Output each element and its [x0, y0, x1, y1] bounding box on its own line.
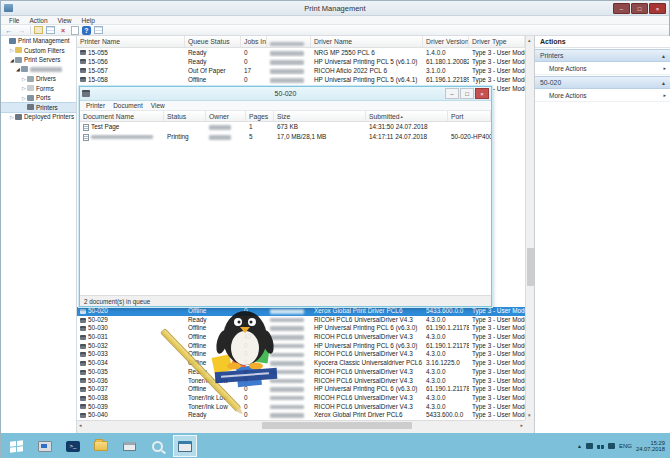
printer-row[interactable]: 50-035Ready0RICOH PCL6 UniversalDriver V… [77, 368, 525, 377]
printer-row-selected[interactable]: 50-020Offline0Xerox Global Print Driver … [77, 307, 525, 316]
tray-clock[interactable]: 15:29 24.07.2018 [636, 440, 665, 453]
taskbar-devices[interactable] [117, 435, 141, 457]
volume-icon[interactable] [608, 443, 615, 449]
vertical-scroll-thumb[interactable] [527, 248, 534, 286]
blurred-server-name [270, 51, 304, 56]
actions-section-50-020[interactable]: 50-020▲ [535, 76, 670, 89]
menu-file[interactable]: File [4, 16, 24, 25]
menu-help[interactable]: Help [77, 16, 100, 25]
scroll-left-icon[interactable]: ◂ [79, 421, 82, 430]
action-item-more-actions[interactable]: More Actions▸ [535, 62, 670, 75]
queue-close-button[interactable]: × [475, 88, 489, 99]
printer-row[interactable]: 50-039Toner/Ink Low0RICOH PCL6 Universal… [77, 403, 525, 412]
printer-row[interactable]: 15-057Out Of Paper17RICOH Aficio 2022 PC… [77, 66, 525, 75]
tree-item-ports[interactable]: ▷Ports [1, 93, 76, 103]
column-header-jobs-in[interactable]: Jobs In... [241, 36, 267, 47]
actions-section-printers[interactable]: Printers▲ [535, 49, 670, 62]
tree-item-drivers[interactable]: ▷Drivers [1, 74, 76, 84]
printer-row[interactable]: 50-032Offline0HP Universal Printing PCL … [77, 342, 525, 351]
printer-icon [80, 361, 86, 366]
queue-column-header-document-name[interactable]: Document Name [80, 111, 164, 121]
export-list-icon[interactable] [94, 26, 103, 34]
queue-document-row[interactable]: Printing517,0 MB/28,1 MB14:17:11 24.07.2… [80, 132, 491, 142]
scroll-down-icon[interactable]: ▾ [528, 411, 531, 420]
vertical-scrollbar[interactable]: ▴ ▾ [525, 36, 534, 420]
printer-name: 15-058 [88, 75, 108, 84]
printer-name-cell: 50-031 [77, 333, 185, 342]
printer-row[interactable]: 50-030Offline0HP Universal Printing PCL … [77, 324, 525, 333]
queue-menu-view[interactable]: View [147, 101, 169, 110]
queue-titlebar[interactable]: 50-020 – □ × [80, 87, 491, 101]
column-header-server-name[interactable] [267, 36, 311, 47]
printer-icon [80, 387, 86, 392]
queue-column-header-port[interactable]: Port [448, 111, 491, 121]
printer-row[interactable]: 50-034Offline0Kyocera Classic Universald… [77, 359, 525, 368]
delete-icon[interactable]: × [58, 26, 68, 35]
column-header-driver-type[interactable]: Driver Type [469, 36, 525, 47]
server-name-cell [267, 403, 311, 412]
queue-menu-document[interactable]: Document [109, 101, 147, 110]
taskbar-powershell[interactable]: >_ [61, 435, 85, 457]
queue-column-header-submitted[interactable]: Submitted▴ [366, 111, 448, 121]
tree-item-forms[interactable]: ▷Forms [1, 84, 76, 94]
minimize-button[interactable]: – [613, 3, 630, 14]
tree-item-print-management[interactable]: Print Management [1, 36, 76, 46]
column-header-driver-name[interactable]: Driver Name [311, 36, 423, 47]
tree-item-print-servers[interactable]: ◢Print Servers [1, 55, 76, 65]
queue-menu-printer[interactable]: Printer [82, 101, 109, 110]
up-folder-icon[interactable] [34, 26, 43, 34]
tree-item-custom-filters[interactable]: ▷Custom Filters [1, 46, 76, 56]
help-icon[interactable]: ? [82, 26, 91, 35]
queue-minimize-button[interactable]: – [445, 88, 459, 99]
tray-date: 24.07.2018 [636, 446, 665, 453]
blurred-owner [209, 125, 231, 130]
network-icon[interactable] [597, 443, 604, 449]
action-item-more-actions[interactable]: More Actions▸ [535, 89, 670, 102]
column-header-queue-status[interactable]: Queue Status [185, 36, 241, 47]
printer-row[interactable]: 15-058Offline0HP Universal Printing PCL … [77, 75, 525, 84]
taskbar-print-management-active[interactable] [173, 435, 197, 457]
queue-column-header-owner[interactable]: Owner [206, 111, 246, 121]
menu-action[interactable]: Action [24, 16, 52, 25]
horizontal-scroll-thumb[interactable] [262, 422, 412, 429]
tree-item-printers[interactable]: Printers [1, 103, 76, 113]
printer-row[interactable]: 15-055Ready0NRG MP 2550 PCL 61.4.0.0Type… [77, 48, 525, 57]
column-header-driver-version[interactable]: Driver Version [423, 36, 469, 47]
back-icon[interactable]: ← [4, 26, 14, 35]
action-center-icon[interactable] [586, 443, 593, 449]
tray-expand-icon[interactable]: ▲ [577, 443, 582, 449]
printer-row[interactable]: 15-056Ready0HP Universal Printing PCL 5 … [77, 57, 525, 66]
tree-item-server[interactable]: ◢ [1, 65, 76, 75]
queue-document-row[interactable]: Test Page1673 KB14:31:50 24.07.2018 [80, 122, 491, 132]
driver-version-cell: 3.1.0.0 [423, 66, 469, 75]
show-tree-icon[interactable] [46, 26, 55, 34]
printer-row[interactable]: 50-040Ready0Xerox Global Print Driver PC… [77, 411, 525, 420]
column-header-printer-name[interactable]: Printer Name [77, 36, 185, 47]
menu-view[interactable]: View [53, 16, 77, 25]
maximize-button[interactable]: □ [631, 3, 648, 14]
printer-row[interactable]: 50-036Toner/Ink Low0RICOH PCL6 Universal… [77, 377, 525, 386]
horizontal-scrollbar[interactable]: ◂ ▸ [77, 420, 525, 429]
scroll-right-icon[interactable]: ▸ [520, 421, 523, 430]
tree-item-deployed-printers[interactable]: ▷Deployed Printers [1, 112, 76, 122]
printer-row[interactable]: 50-037Offline0HP Universal Printing PCL … [77, 385, 525, 394]
taskbar-server-manager[interactable] [33, 435, 57, 457]
printer-row[interactable]: 50-033Offline0RICOH PCL6 UniversalDriver… [77, 350, 525, 359]
printer-row[interactable]: 50-031Offline40RICOH PCL6 UniversalDrive… [77, 333, 525, 342]
collapse-icon[interactable]: ▲ [661, 80, 666, 86]
language-indicator[interactable]: ENG [619, 443, 632, 449]
start-button[interactable] [1, 433, 31, 458]
queue-column-header-status[interactable]: Status [164, 111, 206, 121]
taskbar-search[interactable] [145, 435, 169, 457]
forward-icon[interactable]: → [17, 26, 27, 35]
queue-column-header-pages[interactable]: Pages [246, 111, 274, 121]
taskbar-file-explorer[interactable] [89, 435, 113, 457]
collapse-icon[interactable]: ▲ [661, 53, 666, 59]
printer-row[interactable]: 50-029Ready0RICOH PCL6 UniversalDriver V… [77, 316, 525, 325]
scroll-up-icon[interactable]: ▴ [528, 36, 531, 45]
queue-maximize-button[interactable]: □ [460, 88, 474, 99]
printer-row[interactable]: 50-038Toner/Ink Low0RICOH PCL6 Universal… [77, 394, 525, 403]
close-button[interactable]: × [649, 3, 666, 14]
properties-icon[interactable] [71, 26, 79, 35]
queue-column-header-size[interactable]: Size [274, 111, 366, 121]
